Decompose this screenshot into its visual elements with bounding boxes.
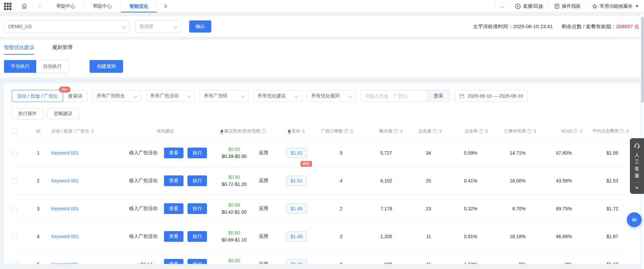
view-button[interactable]: 查看 <box>164 175 183 186</box>
row-checkbox[interactable] <box>12 234 17 239</box>
bid-range: $0.69-$1.10 <box>222 237 247 243</box>
sort-icon[interactable] <box>534 129 536 133</box>
sort-icon[interactable] <box>302 129 305 133</box>
current-bid-button[interactable]: $1.45 <box>286 231 306 241</box>
manual-execute-button[interactable]: 手动执行 <box>4 60 36 73</box>
scrollbar-thumb[interactable] <box>641 17 644 103</box>
apply-link[interactable]: 应用 <box>259 233 268 239</box>
help-icon[interactable]: ? <box>620 129 624 133</box>
cvr-value: 16.00% <box>491 167 540 195</box>
table-row: 5 Keyword 001 + $0.14 查看 执行 $0.90$0.51-$… <box>12 250 632 264</box>
ad-group-select[interactable]: 所有广告组 <box>200 90 249 102</box>
help-icon[interactable]: ? <box>527 129 532 133</box>
customer-service-widget[interactable]: 人工客服 » <box>630 138 644 194</box>
execute-button[interactable]: 执行 <box>187 259 207 264</box>
search-button[interactable]: 搜索 <box>428 90 449 102</box>
row-checkbox[interactable] <box>12 262 17 264</box>
help-icon[interactable]: ? <box>573 129 578 133</box>
suggestion-type-select[interactable]: 所有优化建议 <box>253 90 302 102</box>
suggested-bid: $0.90 <box>228 174 240 180</box>
apply-link[interactable]: 应用 <box>259 206 268 212</box>
execute-button[interactable]: 执行 <box>187 231 207 242</box>
operation-guide-button[interactable]: 操作指南 <box>548 0 586 12</box>
execute-button[interactable]: 执行 <box>187 148 207 158</box>
current-bid-button[interactable]: $1.49 <box>286 204 306 214</box>
select-all-checkbox[interactable] <box>12 128 17 134</box>
tab-list-dropdown-button[interactable] <box>494 0 509 12</box>
tab-scroll-left-button[interactable] <box>33 0 48 12</box>
tab-rule-management[interactable]: 规则管理 <box>52 44 72 55</box>
sort-icon[interactable] <box>351 129 353 133</box>
sort-icon[interactable] <box>439 129 442 133</box>
help-icon[interactable]: ? <box>261 129 266 133</box>
favorites-menu-button[interactable]: 常用功能收藏夹 <box>586 0 644 12</box>
home-button[interactable] <box>15 0 33 12</box>
execute-operation-button[interactable]: 执行操作 <box>12 108 43 119</box>
help-icon[interactable]: ? <box>432 129 437 133</box>
tab-smart-suggestions[interactable]: 智能优化建议 <box>4 44 34 55</box>
points-label: 剩余点数 / 套餐有效期： <box>561 23 616 29</box>
auto-execute-button[interactable]: 自动执行 <box>36 60 69 73</box>
rule-select[interactable]: 所有优化规则 <box>307 90 356 102</box>
apply-link[interactable]: 应用 <box>259 150 268 156</box>
suggested-bid: $0.65 <box>228 147 240 152</box>
app-grid-button[interactable] <box>0 0 15 12</box>
sort-icon[interactable] <box>485 129 488 133</box>
help-icon[interactable]: ? <box>393 129 398 133</box>
acos-value: 0% <box>540 250 586 264</box>
collapse-button[interactable]: » <box>635 183 638 192</box>
acos-value: 43.59% <box>540 167 586 195</box>
operation-guide-label: 操作指南 <box>562 3 581 9</box>
segment-campaign-placement[interactable]: 活动 / 投放 / 广告位 99+ <box>12 90 63 102</box>
keyword-link[interactable]: Keyword 001 <box>51 150 79 156</box>
live-replay-label: 直播/回放 <box>523 3 543 9</box>
view-button[interactable]: 查看 <box>164 203 183 214</box>
create-rule-button[interactable]: 创建规则 <box>90 60 123 73</box>
keyword-link[interactable]: Keyword 001 <box>51 234 79 239</box>
portfolio-select[interactable]: 所有广告组合 <box>92 90 141 102</box>
execute-button[interactable]: 执行 <box>187 203 207 214</box>
top-tab-bar: 帮助中心 帮助中心 智能优化 直播/回放 操作指南 常用功能收藏夹 <box>0 0 644 13</box>
impressions-value: 7,178 <box>357 195 406 222</box>
page-tab-smart-optimize[interactable]: 智能优化 <box>121 0 157 12</box>
keyword-link[interactable]: Keyword 001 <box>51 178 79 183</box>
sort-icon[interactable] <box>400 129 403 133</box>
view-button[interactable]: 查看 <box>164 231 183 242</box>
tab-scroll-right-button[interactable] <box>157 0 172 12</box>
keyword-link[interactable]: Keyword 001 <box>51 206 79 211</box>
sort-icon[interactable] <box>580 129 583 133</box>
row-checkbox[interactable] <box>12 150 17 156</box>
apply-link[interactable]: 应用 <box>259 178 268 184</box>
ignore-suggestion-button[interactable]: 忽略建议 <box>47 108 79 119</box>
help-icon[interactable]: ? <box>479 129 483 133</box>
clicks-value: 11 <box>406 250 445 264</box>
chevron-down-icon <box>173 24 177 28</box>
keyword-link[interactable]: Keyword 001 <box>51 262 79 264</box>
date-range-picker[interactable]: 2025-06-10 — 2025-06-10 <box>454 90 528 102</box>
confirm-button[interactable]: 确认 <box>189 20 211 33</box>
live-replay-button[interactable]: 直播/回放 <box>509 0 548 12</box>
page-tab-help-1[interactable]: 帮助中心 <box>48 0 84 12</box>
current-bid-button[interactable]: $0.90 <box>286 259 306 264</box>
ai-assistant-button[interactable]: AI <box>627 212 642 227</box>
view-button[interactable]: 查看 <box>164 259 183 264</box>
suggestion-text: 移入广告活动 <box>129 149 160 157</box>
search-input[interactable] <box>361 90 428 102</box>
campaign-select[interactable]: 所有广告活动 <box>146 90 195 102</box>
chevron-down-icon <box>134 94 138 98</box>
type-select[interactable]: 请选择 <box>135 20 181 33</box>
table-row: 2 Keyword 001 移入广告活动 查看 执行 $0.90$0.72-$1… <box>12 167 632 195</box>
sort-icon[interactable] <box>91 129 94 133</box>
row-checkbox[interactable] <box>12 178 17 183</box>
page-tab-help-2[interactable]: 帮助中心 <box>84 0 121 12</box>
shop-select[interactable]: DEMO_US <box>4 20 129 33</box>
execute-button[interactable]: 执行 <box>187 175 207 186</box>
grid-icon <box>4 3 11 10</box>
current-bid-button[interactable]: $1.51 <box>286 176 306 186</box>
row-checkbox[interactable] <box>12 206 17 211</box>
current-bid-button[interactable]: $1.42 <box>286 148 306 158</box>
help-icon[interactable]: ? <box>344 129 348 133</box>
view-button[interactable]: 查看 <box>164 148 183 158</box>
apply-link[interactable]: 应用 <box>259 261 268 264</box>
sort-icon[interactable] <box>626 129 629 133</box>
